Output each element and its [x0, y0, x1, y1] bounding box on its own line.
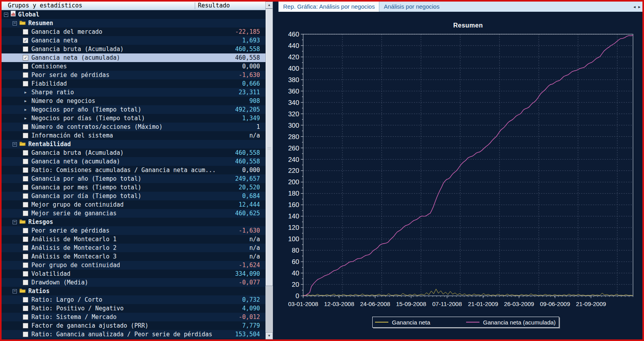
- checkbox[interactable]: [23, 280, 28, 285]
- checkbox[interactable]: [23, 72, 28, 78]
- stats-tree: −Global−ResumenGanancia del mercado-22,1…: [2, 10, 265, 339]
- tree-row[interactable]: Número de contratos/acciones (Máximo)1: [2, 123, 265, 131]
- vertical-scrollbar[interactable]: ▲ ▼: [265, 2, 273, 339]
- checkbox[interactable]: [23, 193, 28, 199]
- checkbox[interactable]: [23, 211, 28, 216]
- stat-value: n/a: [249, 252, 260, 261]
- tree-row[interactable]: Peor serie de pérdidas-1,630: [2, 71, 265, 79]
- tree-group-row[interactable]: −Riesgos: [2, 218, 265, 226]
- checkbox[interactable]: [23, 332, 28, 337]
- tree-row[interactable]: Drawdown (Media)-0,077: [2, 278, 265, 287]
- tree-row[interactable]: Información del sisteman/a: [2, 131, 265, 140]
- tree-row-inner: Drawdown (Media): [2, 278, 265, 287]
- tree-row[interactable]: Ganancia bruta (Acumulada)460,558: [2, 45, 265, 53]
- tree-group-row[interactable]: −Resumen: [2, 19, 265, 28]
- checkbox[interactable]: [23, 185, 28, 190]
- checkbox[interactable]: [23, 306, 28, 311]
- checkbox[interactable]: [23, 64, 28, 69]
- tab-analysis-by-trades[interactable]: Análisis por negocios: [379, 2, 444, 12]
- tree-group-row[interactable]: −Global: [2, 10, 265, 19]
- tree-row[interactable]: Análisis de Montecarlo 3n/a: [2, 252, 265, 261]
- tree-row[interactable]: Ganancia del mercado-22,185: [2, 28, 265, 36]
- expand-toggle[interactable]: −: [13, 21, 17, 26]
- expand-toggle[interactable]: −: [4, 13, 8, 17]
- checkbox[interactable]: [23, 124, 28, 130]
- checkbox[interactable]: [23, 29, 28, 35]
- chart-legend: Ganancia netaGanancia neta (acumulada): [372, 317, 559, 328]
- checkbox-checked[interactable]: ✓: [23, 55, 28, 60]
- tree-group-row[interactable]: −Rentabilidad: [2, 140, 265, 148]
- tree-row[interactable]: Ratio: Sistema / Mercado-0,012: [2, 313, 265, 321]
- tab-graphic-report[interactable]: Rep. Gráfica: Análisis por negocios: [278, 2, 379, 12]
- checkbox[interactable]: [23, 176, 28, 182]
- tree-row[interactable]: ▶Negocios por días (Tiempo total)1,349: [2, 114, 265, 123]
- tree-row[interactable]: Ratio: Ganancia anualizada / Peor serie …: [2, 330, 265, 339]
- tree-row[interactable]: ▶Negocios por año (Tiempo total)492,205: [2, 105, 265, 114]
- bullet-icon: ▶: [23, 88, 28, 97]
- expand-toggle[interactable]: −: [13, 142, 17, 147]
- tree-row[interactable]: Fiabilidad0,666: [2, 79, 265, 88]
- tree-row[interactable]: Mejor serie de ganancias460,625: [2, 209, 265, 218]
- checkbox[interactable]: [23, 159, 28, 164]
- tree-item-label: Ratio: Largo / Corto: [31, 295, 102, 304]
- checkbox[interactable]: [23, 245, 28, 251]
- tree-item-label: Ratio: Ganancia anualizada / Peor serie …: [31, 330, 212, 339]
- checkbox[interactable]: [23, 228, 28, 233]
- tree-row-inner: Ganancia por día (Tiempo total): [2, 192, 265, 200]
- stat-value: 1: [256, 123, 260, 131]
- tree-row[interactable]: Ganancia por día (Tiempo total)0,684: [2, 192, 265, 200]
- tab-nav: ◂ ▸: [633, 2, 640, 12]
- tree-row[interactable]: Factor de ganancia ajustado (PRR)7,779: [2, 321, 265, 330]
- checkbox[interactable]: [23, 202, 28, 207]
- expand-toggle[interactable]: −: [13, 220, 17, 224]
- checkbox[interactable]: [23, 323, 28, 328]
- tree-row-inner: ✓Ganancia neta (acumulada): [2, 53, 265, 62]
- column-divider[interactable]: [195, 2, 195, 9]
- tree-row[interactable]: Ratio: Largo / Corto0,732: [2, 295, 265, 304]
- tree-row[interactable]: Análisis de Montecarlo 2n/a: [2, 244, 265, 252]
- checkbox[interactable]: [23, 314, 28, 320]
- checkbox[interactable]: [23, 81, 28, 86]
- tree-row[interactable]: ▶Número de negocios908: [2, 97, 265, 105]
- stats-panel: Grupos y estadísticos Resultado −Global−…: [2, 2, 265, 339]
- scroll-up-button[interactable]: ▲: [265, 2, 273, 9]
- checkbox[interactable]: [23, 271, 28, 277]
- tree-group-row[interactable]: −Ratios: [2, 287, 265, 295]
- tree-row[interactable]: Ratio: Positivo / Negativo4,090: [2, 304, 265, 313]
- tree-row[interactable]: Peor serie de pérdidas-1,630: [2, 226, 265, 235]
- checkbox[interactable]: [23, 262, 28, 268]
- checkbox-checked[interactable]: ✓: [23, 38, 28, 43]
- tree-row[interactable]: Mejor grupo de continuidad12,444: [2, 200, 265, 209]
- tree-row[interactable]: ✓Ganancia neta (acumulada)460,558: [2, 53, 265, 62]
- tree-row[interactable]: Volatilidad334,090: [2, 270, 265, 278]
- tree-row-inner: −Riesgos: [2, 218, 265, 226]
- stat-value: 0,000: [242, 62, 260, 71]
- checkbox[interactable]: [23, 46, 28, 52]
- tree-row[interactable]: Comisiones0,000: [2, 62, 265, 71]
- scrollbar-thumb[interactable]: [265, 9, 273, 286]
- resumen-chart[interactable]: 0204060801001201401601802002202402602803…: [276, 32, 635, 311]
- tree-row[interactable]: Ganancia neta (acumulada)460,558: [2, 157, 265, 166]
- tree-row[interactable]: Ganancia por mes (Tiempo total)20,520: [2, 183, 265, 192]
- checkbox[interactable]: [23, 254, 28, 259]
- expand-toggle[interactable]: −: [13, 289, 17, 293]
- svg-text:21-09-2009: 21-09-2009: [576, 301, 606, 307]
- stat-value: 460,558: [235, 53, 260, 62]
- tree-row[interactable]: Ganancia bruta (Acumulada)460,558: [2, 148, 265, 157]
- tree-row[interactable]: ▶Sharpe ratio23,311: [2, 88, 265, 97]
- checkbox[interactable]: [23, 297, 28, 302]
- tab-scroll-right-icon[interactable]: ▸: [638, 4, 640, 9]
- checkbox[interactable]: [23, 150, 28, 156]
- checkbox[interactable]: [23, 167, 28, 173]
- tree-row[interactable]: Análisis de Montecarlo 1n/a: [2, 235, 265, 244]
- scroll-down-button[interactable]: ▼: [265, 332, 273, 339]
- tree-row[interactable]: Ganancia por año (Tiempo total)249,657: [2, 174, 265, 183]
- tree-row[interactable]: Peor grupo de continuidad-1,624: [2, 261, 265, 270]
- tree-item-label: Ganancia por día (Tiempo total): [31, 192, 141, 200]
- tree-row-inner: Ganancia por año (Tiempo total): [2, 174, 265, 183]
- tree-row[interactable]: Ratio: Comisiones acumuladas / Ganancia …: [2, 166, 265, 174]
- tab-scroll-left-icon[interactable]: ◂: [633, 4, 636, 9]
- tree-row[interactable]: ✓Ganancia neta1,693: [2, 36, 265, 45]
- checkbox[interactable]: [23, 133, 28, 138]
- checkbox[interactable]: [23, 236, 28, 242]
